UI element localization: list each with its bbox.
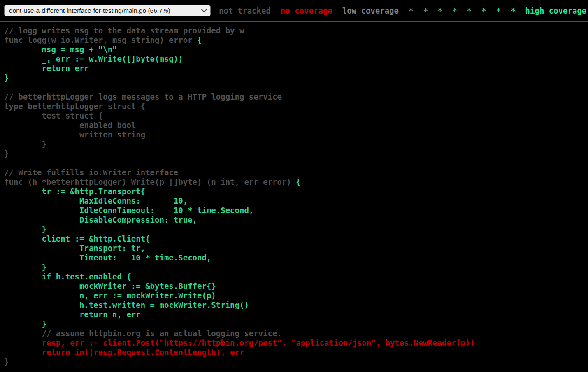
legend-item: * — [496, 6, 501, 15]
topbar: dont-use-a-different-interface-for-testi… — [0, 0, 588, 22]
code-segment: msg = msg + "\n" — [4, 45, 117, 54]
code-segment: { — [197, 35, 202, 44]
code-segment: } — [4, 73, 9, 82]
code-segment: } — [4, 149, 9, 158]
code-line: msg = msg + "\n" — [4, 45, 588, 54]
code-segment: func (h *betterhttpLogger) Write(p []byt… — [4, 177, 296, 186]
legend-item: no coverage — [281, 6, 332, 15]
code-segment: } — [4, 225, 46, 234]
code-segment: // logg writes msg to the data stream pr… — [4, 26, 244, 35]
file-selector-value: dont-use-a-different-interface-for-testi… — [9, 7, 170, 14]
chevron-down-icon — [201, 7, 207, 12]
code-segment: { — [296, 177, 300, 186]
code-segment: h.test.written = mockWriter.String() — [4, 300, 249, 309]
code-line: type betterhttpLogger struct { — [4, 102, 588, 111]
code-line: if h.test.enabled { — [4, 272, 588, 281]
code-segment: client := &http.Client{ — [4, 234, 150, 243]
code-segment: Timeout: 10 * time.Second, — [4, 253, 211, 262]
code-line: resp, err := client.Post("https://httpbi… — [4, 338, 588, 348]
code-line: } — [4, 73, 588, 83]
legend-item: * — [511, 6, 515, 15]
code-line: h.test.written = mockWriter.String() — [4, 300, 588, 310]
code-line: Transport: tr, — [4, 244, 588, 253]
code-line: tr := &http.Transport{ — [4, 187, 588, 196]
code-segment: enabled bool — [4, 121, 136, 130]
code-segment: written string — [4, 130, 145, 139]
code-line: // assume httpbin.org is an actual loggi… — [4, 329, 588, 338]
code-segment: } — [4, 263, 46, 272]
code-line: // betterhttpLogger logs messages to a H… — [4, 92, 588, 102]
code-file: // logg writes msg to the data stream pr… — [0, 22, 588, 372]
code-line: // Write fulfills io.Writer interface — [4, 168, 588, 177]
code-segment: // assume httpbin.org is an actual loggi… — [4, 329, 282, 338]
code-line: func logg(w io.Writer, msg string) error… — [4, 35, 588, 45]
code-line: DisableCompression: true, — [4, 215, 588, 225]
code-line: } — [4, 225, 588, 234]
code-segment: MaxIdleConns: 10, — [4, 196, 188, 205]
code-segment: return n, err — [4, 310, 141, 319]
code-line: // logg writes msg to the data stream pr… — [4, 26, 588, 35]
code-line: return int(resp.Request.ContentLength), … — [4, 348, 588, 357]
code-line: func (h *betterhttpLogger) Write(p []byt… — [4, 177, 588, 187]
code-line: } — [4, 357, 588, 367]
code-segment: // betterhttpLogger logs messages to a H… — [4, 92, 282, 101]
code-segment: // Write fulfills io.Writer interface — [4, 168, 178, 177]
code-segment: if h.test.enabled { — [4, 272, 131, 281]
content: // logg writes msg to the data stream pr… — [0, 22, 588, 372]
code-line — [4, 83, 588, 92]
legend-item: * — [481, 6, 486, 15]
code-line: return err — [4, 64, 588, 73]
code-segment: tr := &http.Transport{ — [4, 187, 145, 196]
code-line: } — [4, 319, 588, 329]
code-line: } — [4, 140, 588, 149]
code-line: test struct { — [4, 111, 588, 121]
code-segment: } — [4, 319, 46, 328]
legend-item: * — [452, 6, 457, 15]
code-line: return n, err — [4, 310, 588, 319]
legend-item: * — [438, 6, 442, 15]
code-line: mockWriter := &bytes.Buffer{} — [4, 281, 588, 291]
code-line: Timeout: 10 * time.Second, — [4, 253, 588, 263]
legend-item: * — [409, 6, 413, 15]
code-segment: n, err := mockWriter.Write(p) — [4, 291, 216, 300]
code-line — [4, 158, 588, 168]
code-line: } — [4, 263, 588, 272]
code-line: written string — [4, 130, 588, 140]
code-segment: } — [4, 140, 46, 149]
coverage-legend: not trackedno coveragelow coverage******… — [214, 6, 588, 15]
code-line: MaxIdleConns: 10, — [4, 196, 588, 206]
code-line: enabled bool — [4, 121, 588, 130]
code-line: n, err := mockWriter.Write(p) — [4, 291, 588, 300]
code-segment: test struct { — [4, 111, 103, 120]
code-segment: type betterhttpLogger struct { — [4, 102, 145, 111]
code-line: _, err := w.Write([]byte(msg)) — [4, 54, 588, 64]
code-segment: IdleConnTimeout: 10 * time.Second, — [4, 206, 253, 215]
legend-item: * — [467, 6, 472, 15]
code-segment: _, err := w.Write([]byte(msg)) — [4, 54, 183, 63]
legend-item: low coverage — [342, 6, 399, 15]
code-segment: return int(resp.Request.ContentLength), … — [4, 348, 244, 357]
code-segment: mockWriter := &bytes.Buffer{} — [4, 281, 216, 291]
legend-item: not tracked — [219, 6, 271, 15]
code-line: IdleConnTimeout: 10 * time.Second, — [4, 206, 588, 215]
legend-item: high coverage — [525, 6, 587, 15]
code-segment: Transport: tr, — [4, 244, 145, 253]
code-segment: } — [4, 357, 9, 366]
code-line: client := &http.Client{ — [4, 234, 588, 244]
file-selector[interactable]: dont-use-a-different-interface-for-testi… — [4, 5, 211, 16]
code-segment: resp, err := client.Post("https://httpbi… — [4, 338, 475, 347]
code-segment: func logg(w io.Writer, msg string) error — [4, 35, 197, 44]
code-line: } — [4, 149, 588, 158]
legend-item: * — [423, 6, 428, 15]
code-segment: return err — [4, 64, 89, 73]
code-segment: DisableCompression: true, — [4, 215, 197, 224]
